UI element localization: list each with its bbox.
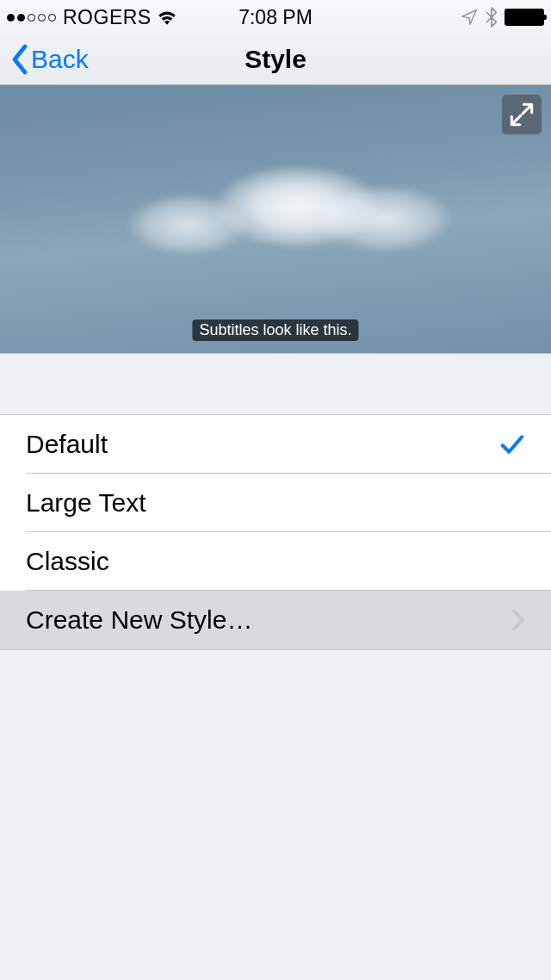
back-label: Back <box>31 45 89 74</box>
back-button[interactable]: Back <box>10 44 89 75</box>
status-left: ROGERS <box>7 6 178 29</box>
wifi-icon <box>156 9 178 26</box>
chevron-right-icon <box>511 609 525 631</box>
style-option-default[interactable]: Default <box>0 415 551 474</box>
battery-icon <box>505 9 544 26</box>
style-option-classic[interactable]: Classic <box>0 532 551 591</box>
style-option-label: Classic <box>26 547 109 576</box>
create-new-style-label: Create New Style… <box>26 605 252 635</box>
expand-icon <box>510 102 534 127</box>
nav-bar: Back Style <box>0 34 551 85</box>
checkmark-icon <box>499 433 525 456</box>
style-list: Default Large Text Classic Create New St… <box>0 414 551 650</box>
subtitle-sample-text: Subtitles look like this. <box>192 319 358 341</box>
style-option-label: Default <box>26 430 108 459</box>
subtitle-preview: Subtitles look like this. <box>0 85 551 354</box>
status-time: 7:08 PM <box>238 6 313 29</box>
preview-background <box>56 158 495 279</box>
create-new-style-button[interactable]: Create New Style… <box>0 591 551 649</box>
status-right <box>460 7 544 28</box>
chevron-left-icon <box>10 44 29 75</box>
carrier-label: ROGERS <box>63 6 152 29</box>
location-icon <box>460 8 479 27</box>
page-title: Style <box>245 45 306 74</box>
style-option-large-text[interactable]: Large Text <box>0 474 551 532</box>
status-bar: ROGERS 7:08 PM <box>0 0 551 34</box>
style-option-label: Large Text <box>26 488 146 518</box>
bluetooth-icon <box>486 7 498 28</box>
signal-strength-icon <box>7 14 56 22</box>
expand-button[interactable] <box>501 94 542 135</box>
